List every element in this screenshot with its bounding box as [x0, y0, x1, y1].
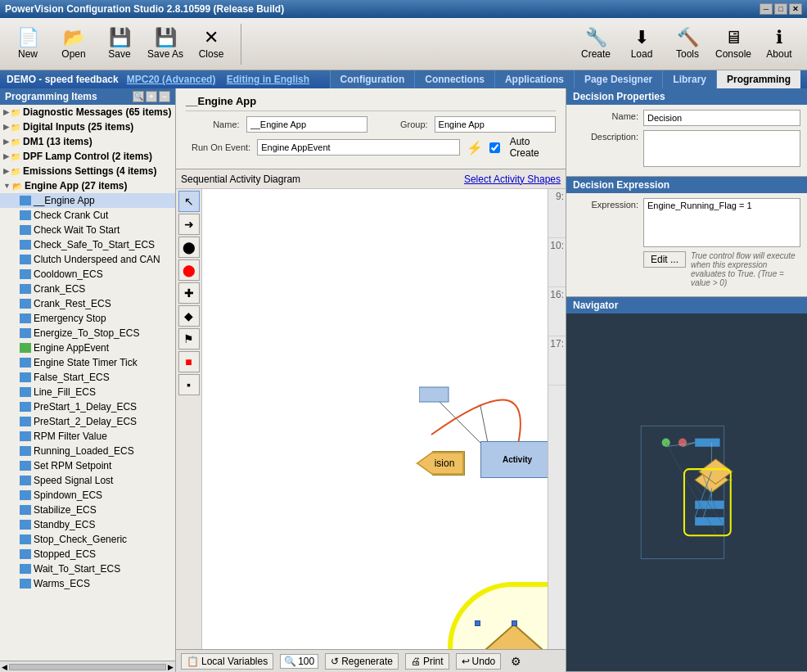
decision-desc-textarea[interactable]: [643, 130, 800, 167]
tab-applications[interactable]: Applications: [494, 70, 574, 88]
tree-item-false-start[interactable]: False_Start_ECS: [0, 370, 175, 385]
tab-configuration[interactable]: Configuration: [330, 70, 415, 88]
add-button[interactable]: +: [146, 91, 157, 102]
item-icon: [20, 564, 31, 574]
cross-tool-button[interactable]: ✚: [178, 282, 200, 304]
editing-text[interactable]: Editing in English: [227, 74, 309, 85]
arrow-tool-button[interactable]: ➜: [178, 214, 200, 235]
save-button[interactable]: 💾 Save: [98, 21, 141, 67]
tree-group-engine-app[interactable]: ▼ 📂 Engine App (27 items): [0, 178, 175, 193]
load-button[interactable]: ⬇ Load: [620, 21, 663, 67]
about-button[interactable]: ℹ About: [758, 21, 800, 67]
diagram-canvas-wrapper[interactable]: Decision Activity: [202, 189, 548, 649]
save-as-button[interactable]: 💾 Save As: [144, 21, 187, 67]
tree-group-dm1[interactable]: ▶ 📁 DM1 (13 items): [0, 134, 175, 149]
close-button[interactable]: ✕ Close: [190, 21, 232, 67]
activity-shape[interactable]: Activity: [480, 441, 548, 478]
tree-item-engine-app[interactable]: __Engine App: [0, 193, 175, 208]
tree-item-set-rpm[interactable]: Set RPM Setpoint: [0, 458, 175, 473]
tools-button[interactable]: 🔨 Tools: [666, 21, 709, 67]
partial-decision-shape[interactable]: ision: [416, 451, 465, 476]
small-square-tool-button[interactable]: ▪: [178, 374, 200, 395]
tree-item-engine-state[interactable]: Engine State Timer Tick: [0, 355, 175, 370]
tab-connections[interactable]: Connections: [414, 70, 494, 88]
tab-library[interactable]: Library: [662, 70, 716, 88]
undo-button[interactable]: ↩ Undo: [456, 653, 502, 670]
tree-group-dpf[interactable]: ▶ 📁 DPF Lamp Control (2 items): [0, 149, 175, 164]
zoom-icon: 🔍: [284, 656, 296, 667]
tree-item-cooldown[interactable]: Cooldown_ECS: [0, 267, 175, 282]
local-variables-button[interactable]: 📋 Local Variables: [181, 653, 273, 670]
open-button[interactable]: 📂 Open: [52, 21, 95, 67]
tree-group-diagnostic[interactable]: ▶ 📁 Diagnostic Messages (65 items): [0, 105, 175, 120]
diamond-tool-button[interactable]: ◆: [178, 305, 200, 327]
tree-item-standby[interactable]: Standby_ECS: [0, 517, 175, 532]
tab-programming[interactable]: Programming: [716, 70, 800, 88]
tree-item-prestart1[interactable]: PreStart_1_Delay_ECS: [0, 399, 175, 414]
regenerate-button[interactable]: ↺ Regenerate: [325, 653, 399, 670]
select-activity-shapes-link[interactable]: Select Activity Shapes: [464, 174, 561, 185]
close-button[interactable]: ✕: [789, 3, 802, 15]
auto-create-checkbox[interactable]: [489, 142, 500, 153]
tree-item-stopped-ecs[interactable]: Stopped_ECS: [0, 547, 175, 562]
mpc-text[interactable]: MPC20 (Advanced): [127, 74, 216, 85]
expression-hint: True control flow will execute when this…: [691, 251, 800, 287]
tree-item-emergency-stop[interactable]: Emergency Stop: [0, 311, 175, 326]
tree-item-clutch[interactable]: Clutch Underspeed and CAN: [0, 252, 175, 267]
selection-handle-tm[interactable]: [512, 620, 517, 626]
console-button[interactable]: 🖥 Console: [712, 21, 755, 67]
maximize-button[interactable]: □: [774, 3, 787, 15]
tree-group-digital[interactable]: ▶ 📁 Digital Inputs (25 items): [0, 120, 175, 134]
save-as-icon: 💾: [155, 29, 177, 47]
run-on-event-input[interactable]: [257, 139, 460, 156]
navigator-mini-diagram[interactable]: [566, 313, 807, 671]
left-scrollbar[interactable]: [9, 664, 166, 670]
expression-textarea[interactable]: <span data-bind="decision_props.expressi…: [643, 198, 800, 247]
tree-item-warms[interactable]: Warms_ECS: [0, 576, 175, 591]
left-scroll-left[interactable]: ◀: [2, 663, 7, 671]
tree-item-crank-ecs[interactable]: Crank_ECS: [0, 282, 175, 296]
decision-name-input[interactable]: [643, 110, 800, 126]
tree-item-engine-appevent[interactable]: Engine AppEvent: [0, 341, 175, 355]
tree-item-check-crank-cut[interactable]: Check Crank Cut: [0, 208, 175, 223]
tree-item-stop-check[interactable]: Stop_Check_Generic: [0, 532, 175, 547]
square-tool-button[interactable]: ■: [178, 351, 200, 372]
tree-item-prestart2[interactable]: PreStart_2_Delay_ECS: [0, 414, 175, 429]
edit-expression-button[interactable]: Edit ...: [643, 251, 686, 268]
decision-diamond-container[interactable]: Decision: [477, 623, 548, 649]
tree-item-stabilize[interactable]: Stabilize_ECS: [0, 503, 175, 517]
tree-item-running-loaded[interactable]: Running_Loaded_ECS: [0, 444, 175, 458]
tree-item-check-safe[interactable]: Check_Safe_To_Start_ECS: [0, 237, 175, 252]
tree-item-check-wait-to-start[interactable]: Check Wait To Start: [0, 223, 175, 237]
start-connector-shape[interactable]: [419, 386, 452, 405]
tree-item-rpm-filter[interactable]: RPM Filter Value: [0, 429, 175, 444]
create-button[interactable]: 🔧 Create: [575, 21, 617, 67]
left-scroll-right[interactable]: ▶: [168, 663, 174, 671]
remove-button[interactable]: −: [159, 91, 170, 102]
folder-icon: 📁: [11, 108, 20, 117]
tools-icon: 🔨: [677, 29, 699, 47]
name-input[interactable]: [246, 116, 367, 133]
group-input[interactable]: [435, 116, 556, 133]
red-circle-tool-button[interactable]: ⬤: [178, 259, 200, 281]
tree-item-energize[interactable]: Energize_To_Stop_ECS: [0, 326, 175, 341]
selection-handle-tl[interactable]: [475, 620, 480, 626]
tree-item-crank-rest[interactable]: Crank_Rest_ECS: [0, 296, 175, 311]
tab-page-designer[interactable]: Page Designer: [574, 70, 662, 88]
expand-button[interactable]: 🔍: [133, 91, 144, 102]
print-button[interactable]: 🖨 Print: [405, 653, 449, 670]
lightning-icon[interactable]: ⚡: [467, 140, 483, 156]
tree-item-spindown[interactable]: Spindown_ECS: [0, 488, 175, 503]
settings-icon[interactable]: ⚙: [511, 655, 521, 668]
circle-tool-button[interactable]: ⬤: [178, 237, 200, 258]
tree-item-line-fill[interactable]: Line_Fill_ECS: [0, 385, 175, 399]
flag-tool-button[interactable]: ⚑: [178, 328, 200, 350]
tree-item-wait-to-start[interactable]: Wait_To_Start_ECS: [0, 562, 175, 576]
tree-group-emissions[interactable]: ▶ 📁 Emissions Settings (4 items): [0, 164, 175, 178]
select-tool-button[interactable]: ↖: [178, 191, 200, 212]
minimize-button[interactable]: ─: [760, 3, 773, 15]
tree-item-speed-signal-lost[interactable]: Speed Signal Lost: [0, 473, 175, 488]
item-icon: [20, 446, 31, 456]
decision-properties-header: Decision Properties: [566, 88, 807, 105]
new-button[interactable]: 📄 New: [7, 21, 49, 67]
